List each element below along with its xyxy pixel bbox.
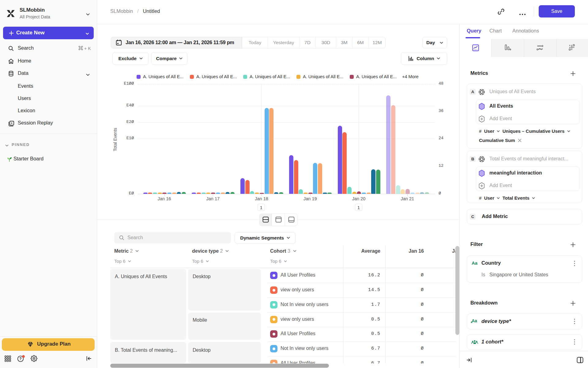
svg-text:?: ? bbox=[19, 357, 21, 361]
